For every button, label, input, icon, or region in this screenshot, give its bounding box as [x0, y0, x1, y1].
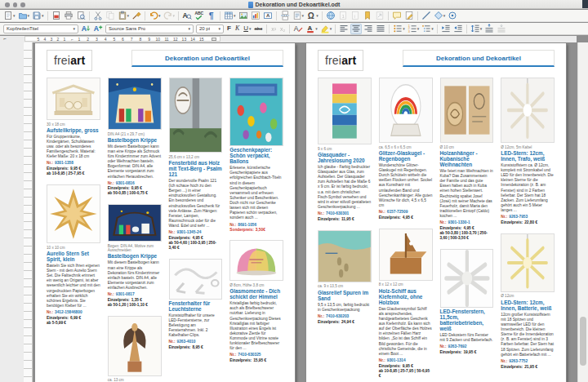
product-title[interactable]: Glasquader - Jahreslosung 2020 [318, 152, 372, 163]
paragraph-style-select[interactable]: KopfzeilenTitel▾ [3, 24, 78, 33]
dropdown-caret[interactable]: ▾ [234, 14, 236, 18]
insert-footnote-icon[interactable]: 1 [337, 11, 349, 21]
product-title[interactable]: Glasmomente - Dich schickt der Himmel [229, 288, 283, 300]
numbered-list-icon[interactable]: 123▾ [407, 24, 421, 34]
strikethrough-icon[interactable]: abc [253, 24, 265, 34]
redo-icon[interactable]: ▾ [163, 11, 176, 21]
dropdown-caret[interactable]: ▾ [431, 27, 434, 31]
product-image-fensterbild[interactable] [169, 78, 223, 153]
page-break-icon[interactable] [279, 11, 291, 21]
document-page-1[interactable]: freiartDekoration und Dekoartikel30 x 18… [34, 42, 296, 382]
product-image-fensterstern-weiss[interactable] [440, 249, 494, 308]
open-icon[interactable]: ▾ [17, 11, 31, 21]
basic-shapes-icon[interactable]: ▾ [433, 11, 447, 21]
dropdown-caret[interactable]: ▾ [173, 14, 176, 18]
product-title[interactable]: Glitzer-Glaskugel - Regenbogen [379, 150, 433, 162]
align-left-icon[interactable] [338, 24, 350, 34]
dropdown-caret[interactable]: ▾ [417, 27, 420, 31]
horizontal-ruler[interactable]: 54321⌐123456789101112131415 [24, 36, 220, 42]
underline-icon[interactable]: U▾ [242, 24, 252, 34]
paste-icon[interactable]: ▾ [117, 11, 131, 21]
clone-formatting-icon[interactable] [131, 11, 142, 21]
dropdown-caret[interactable]: ▾ [13, 14, 16, 18]
subscript-icon[interactable]: x₂ [278, 24, 287, 34]
font-name-select[interactable]: Source Sans Pro▾ [105, 24, 194, 33]
product-title[interactable]: Fensterbild aus Holz mit Text-Berg - Psa… [169, 160, 223, 177]
product-image-engel-holz[interactable] [108, 316, 162, 376]
insert-line-icon[interactable] [421, 11, 432, 21]
new-document-icon[interactable]: ▾ [2, 11, 16, 21]
align-right-icon[interactable] [363, 24, 374, 34]
product-image-holzanhaenger[interactable] [440, 78, 494, 143]
product-title[interactable]: Glasrelief Spuren im Sand [318, 290, 372, 301]
font-color-icon[interactable]: A▾ [305, 24, 318, 34]
formatting-marks-icon[interactable]: ¶ [206, 11, 217, 21]
scrollbar-thumb[interactable] [580, 317, 586, 366]
font-size-select-caret-icon[interactable]: ▾ [218, 26, 220, 31]
product-title[interactable]: Aurelio Stern Set Spirit, klein [47, 251, 100, 262]
align-center-icon[interactable] [350, 24, 362, 34]
insert-hyperlink-icon[interactable] [325, 11, 336, 21]
dropdown-caret[interactable]: ▾ [28, 14, 30, 18]
product-title[interactable]: Holz-Schiff aus Kiefernholz, ohne Holzbo… [379, 288, 433, 305]
dropdown-caret[interactable]: ▾ [315, 27, 318, 31]
product-title[interactable]: LED-Stern: 12cm, Innen, Batterie, weiß [501, 300, 555, 311]
dropdown-caret[interactable]: ▾ [158, 14, 161, 18]
bullet-list-icon[interactable]: ▾ [392, 24, 406, 34]
dropdown-caret[interactable]: ▾ [330, 27, 332, 31]
font-name-select-caret-icon[interactable]: ▾ [188, 26, 190, 31]
ruler-indent-marker[interactable] [212, 38, 216, 41]
find-and-replace-icon[interactable]: A [181, 11, 193, 21]
justify-icon[interactable] [375, 24, 386, 34]
font-size-select[interactable]: 20 pt▾ [196, 24, 224, 33]
product-image-glas-regenbogen[interactable] [229, 240, 283, 281]
product-title[interactable]: Fensterhalter für Leuchtsterne [169, 300, 223, 312]
track-changes-icon[interactable] [403, 11, 415, 21]
new-style-icon[interactable]: A [92, 24, 104, 34]
decrease-paragraph-spacing-icon[interactable] [496, 24, 507, 34]
product-image-schneekugel[interactable] [379, 78, 433, 143]
increase-paragraph-spacing-icon[interactable] [483, 24, 495, 34]
dropdown-caret[interactable]: ▾ [249, 27, 252, 31]
print-preview-icon[interactable] [75, 11, 87, 21]
outline-list-icon[interactable]: ▾ [421, 24, 434, 34]
italic-icon[interactable]: K [234, 24, 241, 34]
product-image-led-stern-weiss[interactable] [501, 78, 555, 143]
insert-table-icon[interactable]: ▾ [223, 11, 237, 21]
superscript-icon[interactable]: x² [270, 24, 278, 34]
product-image-geschenkpapier[interactable] [229, 78, 283, 146]
cut-icon[interactable] [92, 11, 104, 21]
decrease-indent-icon[interactable] [452, 24, 464, 34]
product-image-holz-schiff[interactable] [379, 229, 433, 281]
vertical-ruler[interactable] [24, 42, 33, 382]
special-character-icon[interactable]: Ω▾ [305, 11, 319, 21]
product-image-glasquader[interactable] [318, 78, 372, 144]
insert-textbox-icon[interactable]: A [262, 11, 274, 21]
print-icon[interactable] [63, 11, 74, 21]
paragraph-style-select-caret-icon[interactable]: ▾ [73, 26, 75, 31]
product-image-halter-weiss[interactable] [169, 259, 223, 300]
cross-reference-icon[interactable] [374, 11, 385, 21]
dropdown-caret[interactable]: ▾ [443, 14, 446, 18]
tab-selector-icon[interactable]: ⌐ [2, 36, 8, 42]
product-title[interactable]: LED-Stern: 12cm, Innen, Trafo, weiß [501, 150, 555, 162]
dropdown-caret[interactable]: ▾ [127, 14, 130, 18]
ruler-tab-stop-icon[interactable]: ⌐ [71, 37, 74, 42]
dropdown-caret[interactable]: ▾ [403, 27, 405, 31]
export-pdf-icon[interactable] [51, 11, 62, 21]
insert-endnote-icon[interactable]: i [350, 11, 361, 21]
product-image-stern-gold[interactable] [47, 184, 100, 243]
highlight-color-icon[interactable]: ▾ [319, 24, 333, 34]
line-spacing-icon[interactable]: ▾ [470, 24, 483, 34]
clear-formatting-icon[interactable]: A [292, 24, 304, 34]
undo-icon[interactable]: ▾ [148, 11, 162, 21]
product-title[interactable]: Bastelbogen Krippe [108, 137, 162, 143]
vertical-scrollbar[interactable] [577, 42, 588, 382]
show-draw-functions-icon[interactable] [447, 11, 458, 21]
product-image-krippe-holz[interactable] [47, 78, 100, 120]
product-image-krippe-dunkel[interactable] [108, 204, 162, 242]
dropdown-caret[interactable]: ▾ [480, 27, 483, 31]
product-title[interactable]: LED-Fensterstern, 11,5cm, batteriebetrie… [440, 309, 494, 331]
save-icon[interactable]: ▾ [31, 11, 45, 21]
insert-image-icon[interactable] [238, 11, 249, 21]
